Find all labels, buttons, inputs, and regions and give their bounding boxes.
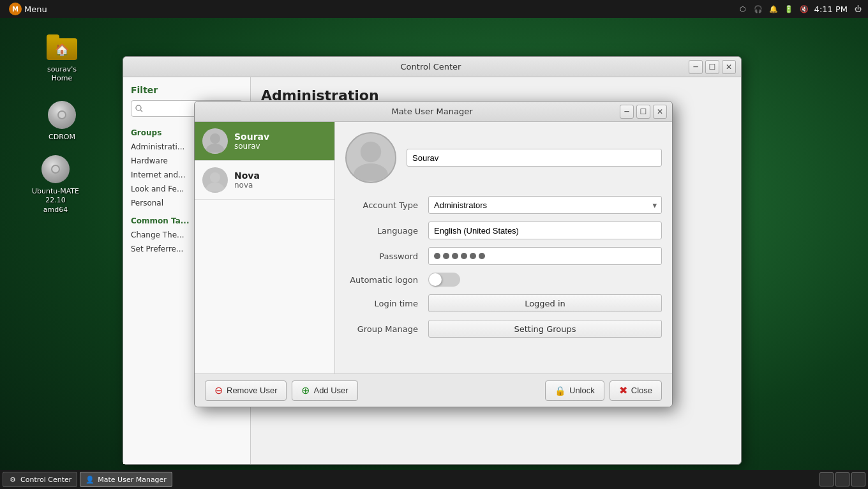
svg-point-2 xyxy=(210,172,220,183)
sourav-info: Sourav sourav xyxy=(234,132,269,151)
menu-label: Menu xyxy=(24,4,47,14)
dialog-close-button[interactable]: ✕ xyxy=(653,105,667,119)
workspace-switcher-1[interactable] xyxy=(819,472,834,486)
toggle-knob xyxy=(429,273,442,286)
add-user-button[interactable]: ⊕ Add User xyxy=(292,380,357,401)
pwd-dot-3 xyxy=(452,253,458,259)
menu-button[interactable]: M Menu xyxy=(5,1,51,17)
desktop-icon-ubuntu[interactable]: Ubuntu-MATE 22.10amd64 xyxy=(27,150,84,218)
svg-point-0 xyxy=(210,133,220,144)
account-type-select-wrapper: Administrators Standard xyxy=(428,196,662,214)
add-icon: ⊕ xyxy=(301,384,310,396)
autologon-toggle[interactable] xyxy=(428,273,460,287)
dialog-minimize-button[interactable]: ─ xyxy=(620,105,634,119)
battery-icon: 🔋 xyxy=(784,4,794,14)
top-panel: M Menu ⬡ 🎧 🔔 🔋 🔇 4:11 PM ⏻ xyxy=(0,0,868,18)
control-center-titlebar: Control Center ─ ☐ ✕ xyxy=(123,57,741,77)
pwd-dot-1 xyxy=(434,253,440,259)
user-manager-body: Sourav sourav Nova nova xyxy=(195,122,672,373)
clock: 4:11 PM xyxy=(814,4,848,14)
user-manager-titlebar: Mate User Manager ─ ☐ ✕ xyxy=(195,102,672,122)
unlock-button[interactable]: 🔒 Unlock xyxy=(545,380,604,401)
dialog-bottom-bar: ⊖ Remove User ⊕ Add User 🔒 Unlock ✖ Clos… xyxy=(195,373,672,407)
account-type-select[interactable]: Administrators Standard xyxy=(428,196,662,214)
nova-avatar-svg xyxy=(204,169,227,192)
language-value-container xyxy=(428,222,662,239)
autologon-label: Automatic logon xyxy=(345,275,428,285)
nova-username: nova xyxy=(234,181,260,190)
workspace-switcher-2[interactable] xyxy=(835,472,849,486)
account-type-label: Account Type xyxy=(345,200,428,210)
close-button[interactable]: ✕ xyxy=(722,60,736,74)
power-icon[interactable]: ⏻ xyxy=(853,4,863,14)
mate-logo-icon: M xyxy=(9,3,22,15)
taskbar: ⚙ Control Center 👤 Mate User Manager xyxy=(0,470,868,489)
taskbar-item-control-center[interactable]: ⚙ Control Center xyxy=(3,472,77,487)
password-dots-display[interactable] xyxy=(428,247,662,265)
remove-icon: ⊖ xyxy=(214,384,223,396)
login-time-row: Login time Logged in xyxy=(345,294,662,312)
pwd-dot-5 xyxy=(470,253,476,259)
svg-point-1 xyxy=(206,144,224,153)
unlock-label: Unlock xyxy=(569,386,595,395)
group-manage-value-container: Setting Groups xyxy=(428,320,662,338)
real-name-input[interactable] xyxy=(407,149,662,167)
group-manage-label: Group Manage xyxy=(345,324,428,334)
password-value-container xyxy=(428,247,662,265)
group-manage-row: Group Manage Setting Groups xyxy=(345,320,662,338)
control-center-title: Control Center xyxy=(173,62,689,71)
headphone-icon: 🎧 xyxy=(753,4,763,14)
add-user-label: Add User xyxy=(313,386,348,395)
cc-taskbar-icon: ⚙ xyxy=(8,475,17,484)
dialog-close-action-button[interactable]: ✖ Close xyxy=(610,380,662,401)
password-row: Password xyxy=(345,247,662,265)
control-center-window-controls: ─ ☐ ✕ xyxy=(689,60,736,74)
language-label: Language xyxy=(345,226,428,236)
account-type-row: Account Type Administrators Standard xyxy=(345,196,662,214)
taskbar-right xyxy=(819,472,865,486)
autologon-row: Automatic logon xyxy=(345,273,662,287)
pwd-dot-6 xyxy=(479,253,485,259)
minimize-button[interactable]: ─ xyxy=(689,60,703,74)
autologon-value-container xyxy=(428,273,662,287)
cdrom-icon xyxy=(47,100,77,130)
bell-icon: 🔔 xyxy=(768,4,779,14)
close-x-icon: ✖ xyxy=(619,384,627,396)
user-list-panel: Sourav sourav Nova nova xyxy=(195,122,335,373)
home-folder-icon: 🏠 xyxy=(47,32,77,63)
setting-groups-button[interactable]: Setting Groups xyxy=(428,320,662,338)
panel-right: ⬡ 🎧 🔔 🔋 🔇 4:11 PM ⏻ xyxy=(738,4,863,14)
desktop-icon-cdrom[interactable]: CDROM xyxy=(33,96,91,146)
nova-info: Nova nova xyxy=(234,170,260,190)
dialog-maximize-button[interactable]: ☐ xyxy=(636,105,650,119)
desktop-icon-home[interactable]: 🏠 sourav's Home xyxy=(33,28,91,87)
language-input[interactable] xyxy=(428,222,662,239)
svg-point-4 xyxy=(361,142,381,162)
bluetooth-icon: ⬡ xyxy=(738,4,748,14)
selected-user-avatar-large[interactable] xyxy=(345,132,396,183)
panel-left: M Menu xyxy=(5,1,51,17)
taskbar-item-user-manager[interactable]: 👤 Mate User Manager xyxy=(80,472,172,487)
speaker-icon: 🔇 xyxy=(799,4,809,14)
sourav-avatar xyxy=(202,128,228,154)
pwd-dot-2 xyxy=(443,253,449,259)
user-list-item-nova[interactable]: Nova nova xyxy=(195,161,334,200)
cc-taskbar-label: Control Center xyxy=(20,476,71,484)
um-taskbar-icon: 👤 xyxy=(86,475,94,484)
login-time-value-container: Logged in xyxy=(428,294,662,312)
maximize-button[interactable]: ☐ xyxy=(705,60,719,74)
login-time-label: Login time xyxy=(345,299,428,308)
pwd-dot-4 xyxy=(461,253,467,259)
login-time-button[interactable]: Logged in xyxy=(428,294,662,312)
selected-avatar-svg xyxy=(348,135,394,181)
close-label: Close xyxy=(631,386,652,395)
sourav-avatar-svg xyxy=(204,130,227,153)
trash-icon[interactable] xyxy=(851,472,865,486)
sourav-display-name: Sourav xyxy=(234,132,269,142)
home-icon-label: sourav's Home xyxy=(37,65,87,84)
user-details-panel: Account Type Administrators Standard Lan… xyxy=(335,122,672,373)
remove-user-button[interactable]: ⊖ Remove User xyxy=(205,380,287,401)
ubuntu-disc-label: Ubuntu-MATE 22.10amd64 xyxy=(31,187,80,214)
user-list-item-sourav[interactable]: Sourav sourav xyxy=(195,122,334,161)
desktop: M Menu ⬡ 🎧 🔔 🔋 🔇 4:11 PM ⏻ 🏠 sourav's Ho… xyxy=(0,0,868,489)
